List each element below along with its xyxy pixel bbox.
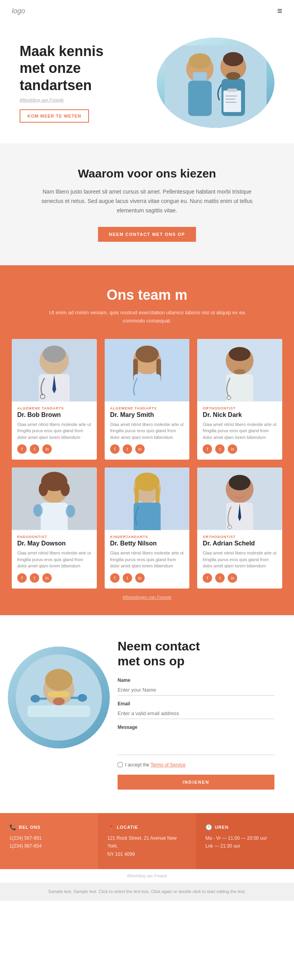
doctor-card-2: ALGEMENE TANDARTS Dr. Mary Smith Glaa am… — [105, 339, 190, 460]
twitter-icon-1[interactable]: t — [30, 444, 39, 454]
facebook-icon-3[interactable]: f — [203, 444, 212, 454]
svg-point-55 — [45, 669, 73, 691]
message-form-group: Message — [118, 725, 274, 757]
facebook-icon-1[interactable]: f — [17, 444, 27, 454]
svg-point-57 — [53, 697, 65, 705]
svg-point-8 — [226, 72, 240, 80]
svg-rect-37 — [41, 503, 68, 530]
svg-point-38 — [33, 504, 43, 517]
name-form-group: Name — [118, 677, 274, 696]
instagram-icon-2[interactable]: in — [135, 444, 145, 454]
twitter-icon-2[interactable]: t — [123, 444, 132, 454]
terms-row: I accept the Terms of Service — [118, 762, 274, 768]
team-image-credit[interactable]: Afbeeldingen van Freepik — [12, 595, 282, 600]
why-title: Waarom voor ons kiezen — [31, 167, 263, 180]
svg-point-48 — [229, 475, 250, 490]
svg-rect-10 — [227, 89, 237, 92]
twitter-icon-3[interactable]: t — [215, 444, 225, 454]
facebook-icon-4[interactable]: f — [17, 573, 27, 583]
doctor-photo-3 — [197, 339, 282, 402]
doctor-photo-2 — [105, 339, 190, 402]
svg-rect-2 — [188, 81, 212, 116]
phone-icon: 📞 — [9, 824, 16, 830]
footer-location-title: LOCATIE — [117, 825, 138, 830]
sample-text: Sample text. Sample text. Click to selec… — [0, 883, 294, 901]
doctor-name-2: Dr. Mary Smith — [110, 411, 184, 418]
why-cta-button[interactable]: NEEM CONTACT MET ONS OP — [98, 227, 196, 242]
svg-point-39 — [66, 505, 75, 518]
doctor-role-6: ORTHODONTIST — [203, 535, 277, 539]
svg-point-3 — [189, 53, 211, 69]
instagram-icon-1[interactable]: in — [42, 444, 52, 454]
svg-point-31 — [234, 369, 246, 375]
terms-link[interactable]: Terms of Service — [151, 762, 185, 768]
svg-rect-11 — [225, 96, 237, 96]
footer-phone-text: 1(234) 567-891 1(234) 987-654 — [9, 834, 89, 850]
social-icons-4: f t in — [12, 573, 97, 583]
contact-section: Neem contact met ons op Name Email Messa… — [0, 615, 294, 813]
team-grid: ALGEMENE TANDARTS Dr. Bob Brown Glaa ame… — [12, 339, 282, 589]
doctor-photo-6 — [197, 467, 282, 530]
svg-rect-45 — [134, 503, 161, 530]
twitter-icon-5[interactable]: t — [123, 573, 132, 583]
hero-section: Maak kennis met onze tandartsen Afbeeldi… — [0, 22, 294, 143]
doctor-desc-2: Glaa amet nitrisl libero molestie arte u… — [110, 421, 184, 441]
hero-text: Maak kennis met onze tandartsen Afbeeldi… — [20, 43, 157, 123]
footer-hours-text: Ma - Vr — 11:00 — 20:00 uur Lnk — 21:30 … — [205, 834, 285, 850]
doctor-name-4: Dr. May Dowson — [17, 540, 91, 547]
instagram-icon-6[interactable]: in — [228, 573, 237, 583]
facebook-icon-5[interactable]: f — [110, 573, 120, 583]
team-title: Ons team m — [12, 287, 282, 303]
message-label: Message — [118, 725, 274, 730]
why-body: Nam libero justo laoreet sit amet cursus… — [31, 187, 263, 215]
message-textarea[interactable] — [118, 732, 274, 755]
twitter-icon-6[interactable]: t — [215, 573, 225, 583]
hero-title: Maak kennis met onze tandartsen — [20, 43, 157, 94]
instagram-icon-3[interactable]: in — [228, 444, 237, 454]
svg-point-36 — [60, 482, 70, 496]
svg-rect-4 — [193, 72, 207, 81]
footer-hours-title: UREN — [215, 825, 229, 830]
doctor-desc-5: Glaa amet nitrisl libero molestie arte u… — [110, 550, 184, 569]
team-subtitle: Ut enim ad minim veniam, quis nostrud ex… — [49, 309, 245, 325]
instagram-icon-5[interactable]: in — [135, 573, 145, 583]
facebook-icon-6[interactable]: f — [203, 573, 212, 583]
terms-text: I accept the Terms of Service — [125, 762, 186, 768]
hero-image-credit[interactable]: Afbeelding van Freepik — [20, 98, 157, 102]
name-input[interactable] — [118, 685, 274, 696]
header: logo ≡ — [0, 0, 294, 22]
footer-info: 📞 BEL ONS 1(234) 567-891 1(234) 987-654 … — [0, 813, 294, 869]
doctor-photo-5 — [105, 467, 190, 530]
hamburger-menu[interactable]: ≡ — [277, 6, 282, 16]
contact-image-wrap — [0, 639, 110, 772]
facebook-icon-2[interactable]: f — [110, 444, 120, 454]
footer-image-credit: Afbeelding van Freepik — [0, 869, 294, 883]
doctor-desc-1: Glaa amet nitrisl libero molestie arte u… — [17, 421, 91, 441]
email-label: Email — [118, 701, 274, 706]
svg-point-61 — [78, 694, 87, 702]
svg-rect-9 — [223, 91, 241, 112]
svg-point-16 — [43, 346, 66, 362]
doctor-role-2: ALGEMENE TANDARTS — [110, 406, 184, 410]
svg-point-60 — [31, 695, 40, 703]
doctor-card-3: ORTHODONTIST Dr. Nick Dark Glaa amet nit… — [197, 339, 282, 460]
footer-box-location: 📍 LOCATIE 121 Rock Street, 21 Avenue New… — [98, 813, 196, 869]
social-icons-5: f t in — [105, 573, 190, 583]
doctor-role-5: KINDERTANDARTS — [110, 535, 184, 539]
name-label: Name — [118, 677, 274, 683]
doctor-role-3: ORTHODONTIST — [203, 406, 277, 410]
email-input[interactable] — [118, 708, 274, 719]
doctor-photo-4 — [12, 467, 97, 530]
doctor-desc-3: Glaa amet nitrisl libero molestie arte u… — [203, 421, 277, 441]
instagram-icon-4[interactable]: in — [42, 573, 52, 583]
footer-box-hours: 🕐 UREN Ma - Vr — 11:00 — 20:00 uur Lnk —… — [196, 813, 294, 869]
submit-button[interactable]: INDIENEN — [118, 775, 274, 790]
doctor-card-1: ALGEMENE TANDARTS Dr. Bob Brown Glaa ame… — [12, 339, 97, 460]
social-icons-3: f t in — [197, 444, 282, 454]
twitter-icon-4[interactable]: t — [30, 573, 39, 583]
footer-phone-title: BEL ONS — [19, 825, 41, 830]
social-icons-2: f t in — [105, 444, 190, 454]
hero-cta-button[interactable]: KOM MEER TE WETEN — [20, 109, 89, 123]
svg-point-7 — [223, 52, 243, 66]
terms-checkbox[interactable] — [118, 762, 123, 767]
